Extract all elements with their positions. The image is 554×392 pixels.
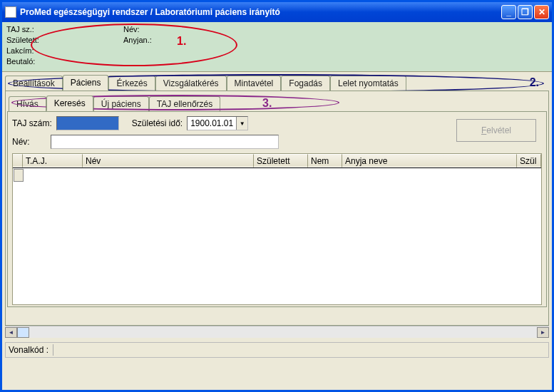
szulido-dropdown[interactable]: 1900.01.01 ▼ — [187, 116, 248, 130]
tab-hivas[interactable]: Hívás — [9, 96, 46, 111]
lakcim-label: Lakcím: — [6, 46, 34, 56]
taj-szam-label: TAJ szám: — [12, 118, 52, 128]
tab-mintavetel[interactable]: Mintavétel — [227, 76, 282, 91]
tab-ujpaciens[interactable]: Új páciens — [93, 96, 149, 111]
results-grid[interactable]: T.A.J. Név Született Nem Anyja neve Szül — [12, 153, 542, 305]
tab-paciens[interactable]: Páciens — [63, 75, 109, 91]
statusbar: Vonalkód : — [5, 342, 549, 358]
szulido-label: Születési idő: — [132, 118, 183, 128]
col-nev[interactable]: Név — [83, 154, 254, 167]
scroll-left-arrow-icon[interactable]: ◄ — [5, 327, 17, 338]
sub-tab-row: Hívás Keresés Új páciens TAJ ellenőrzés — [6, 96, 548, 111]
grid-header: T.A.J. Név Született Nem Anyja neve Szül — [13, 154, 541, 168]
col-anyja[interactable]: Anyja neve — [342, 154, 517, 167]
minimize-button[interactable]: _ — [501, 5, 516, 19]
tab-tajellenorzes[interactable]: TAJ ellenőrzés — [149, 96, 220, 111]
horizontal-scrollbar[interactable]: ◄ ► — [5, 326, 549, 338]
szuletett-label: Született: — [6, 35, 39, 46]
col-szuletett[interactable]: Született — [254, 154, 308, 167]
tab-beallitasok[interactable]: Beállítások — [5, 76, 63, 91]
close-button[interactable]: ✕ — [534, 5, 549, 19]
felvetel-label-rest: elvétel — [486, 125, 511, 135]
window-buttons: _ ❐ ✕ — [501, 5, 549, 19]
search-panel: TAJ szám: Születési idő: 1900.01.01 ▼ Né… — [7, 111, 547, 307]
statusbar-separator — [53, 344, 53, 356]
taj-szam-input[interactable] — [56, 116, 119, 130]
col-szul2[interactable]: Szül — [517, 154, 541, 167]
tab-lelet[interactable]: Lelet nyomtatás — [330, 76, 406, 91]
tab-vizsgalatkeres[interactable]: Vizsgálatkérés — [155, 76, 227, 91]
window-title: ProMed egészségügyi rendszer / Laboratór… — [20, 7, 501, 17]
maximize-button[interactable]: ❐ — [518, 5, 533, 19]
scroll-right-arrow-icon[interactable]: ► — [537, 327, 549, 338]
grid-body[interactable] — [13, 169, 541, 304]
vonalkod-label: Vonalkód : — [9, 345, 48, 355]
scroll-thumb[interactable] — [17, 327, 29, 338]
nev-form-label: Név: — [12, 137, 46, 147]
titlebar: ProMed egészségügyi rendszer / Laboratór… — [2, 2, 552, 22]
beutalo-label: Beutaló: — [6, 56, 35, 67]
tab-erkezes[interactable]: Érkezés — [108, 76, 155, 91]
tab-fogadas[interactable]: Fogadás — [281, 76, 330, 91]
tab-kereses[interactable]: Keresés — [46, 96, 93, 111]
app-icon — [5, 6, 16, 18]
main-tab-row: Beállítások Páciens Érkezés Vizsgálatkér… — [2, 72, 552, 91]
col-taj[interactable]: T.A.J. — [23, 154, 83, 167]
main-panel: Hívás Keresés Új páciens TAJ ellenőrzés … — [5, 91, 549, 326]
anyjan-label: Anyjan.: — [123, 35, 152, 46]
nev-input[interactable] — [51, 135, 279, 149]
felvetel-button[interactable]: Felvétel — [456, 119, 536, 142]
chevron-down-icon[interactable]: ▼ — [236, 117, 247, 130]
patient-header-panel: TAJ sz.: Név: Született: Anyjan.: Lakcím… — [2, 22, 552, 72]
szulido-value: 1900.01.01 — [190, 118, 233, 128]
col-nem[interactable]: Nem — [308, 154, 342, 167]
grid-row-marker — [14, 169, 24, 182]
taj-label: TAJ sz.: — [6, 24, 34, 35]
app-window: ProMed egészségügyi rendszer / Laboratór… — [0, 0, 554, 392]
nev-label: Név: — [123, 24, 140, 35]
